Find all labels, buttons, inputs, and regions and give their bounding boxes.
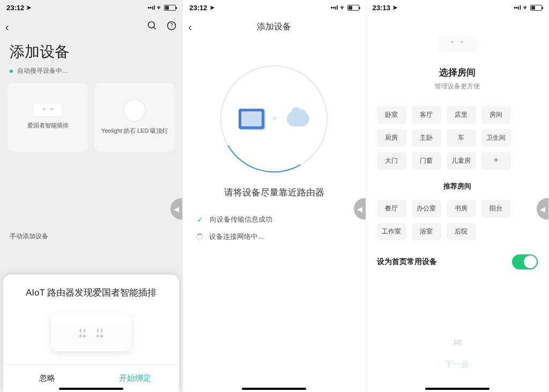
room-chip[interactable]: 房间 xyxy=(481,106,511,124)
location-icon: ➤ xyxy=(392,4,397,11)
room-chip[interactable]: 车 xyxy=(447,129,476,147)
hint-message: 请将设备尽量靠近路由器 xyxy=(183,186,365,199)
wifi-icon: ᯤ xyxy=(157,4,162,11)
wifi-icon: ᯤ xyxy=(523,4,529,11)
recommend-section-title: 推荐房间 xyxy=(377,182,538,191)
room-chip[interactable]: 浴室 xyxy=(412,223,441,240)
help-icon[interactable]: ? xyxy=(166,20,177,34)
back-button[interactable]: ‹ xyxy=(5,21,21,33)
home-indicator[interactable] xyxy=(59,388,123,390)
device-card-ceiling-light[interactable]: Yeelight 皓石 LED 吸顶灯 xyxy=(94,83,175,152)
room-chip[interactable]: 工作室 xyxy=(377,223,406,240)
home-indicator[interactable] xyxy=(425,388,489,390)
room-chip[interactable]: 卫生间 xyxy=(481,129,511,147)
ceiling-light-icon xyxy=(123,99,146,122)
sheet-title: AIoT 路由器发现爱国者智能插排 xyxy=(11,287,172,299)
page-title: 添加设备 xyxy=(0,39,182,66)
svg-text:?: ? xyxy=(170,22,174,28)
home-indicator[interactable] xyxy=(242,388,306,390)
side-drawer-handle[interactable]: ◀ xyxy=(170,198,182,220)
power-strip-image xyxy=(51,314,131,351)
add-room-button[interactable]: + xyxy=(481,152,511,170)
select-room-subtitle: 管理设备更方便 xyxy=(377,82,538,91)
manual-add-label: 手动添加设备 xyxy=(0,232,182,241)
pager-label: 1/2 xyxy=(366,339,548,345)
router-icon xyxy=(239,109,264,129)
room-chip[interactable]: 门窗 xyxy=(412,152,441,170)
homepage-toggle[interactable] xyxy=(512,254,538,269)
status-bar: 23:13 ➤ ••ıl ᯤ xyxy=(366,0,548,15)
nav-title: 添加设备 xyxy=(183,21,365,33)
battery-icon xyxy=(347,5,359,11)
room-chip[interactable]: 卧室 xyxy=(377,106,406,124)
room-chip[interactable]: 主卧 xyxy=(412,129,441,147)
room-chip[interactable]: 后院 xyxy=(447,223,476,240)
recommend-room-list: 餐厅 办公室 书房 阳台 工作室 浴室 后院 xyxy=(377,200,538,240)
room-chip[interactable]: 店里 xyxy=(447,106,476,124)
device-card-power-strip[interactable]: 爱国者智能插排 xyxy=(8,83,88,152)
battery-icon xyxy=(530,5,542,11)
room-chip[interactable]: 儿童房 xyxy=(447,152,476,170)
status-bar: 23:12 ➤ ••ıl ᯤ xyxy=(0,0,182,15)
power-strip-icon xyxy=(34,104,62,116)
location-icon: ➤ xyxy=(210,4,214,11)
next-button[interactable]: 下一步 xyxy=(377,353,538,376)
battery-icon xyxy=(164,5,176,11)
back-button[interactable]: ‹ xyxy=(188,21,204,33)
device-label: 爱国者智能插排 xyxy=(24,122,72,130)
loading-icon xyxy=(196,233,203,240)
screen-select-room: 23:13 ➤ ••ıl ᯤ 选择房间 管理设备更方便 卧室 客厅 店里 房间 … xyxy=(366,0,549,392)
room-chip[interactable]: 阳台 xyxy=(481,200,511,217)
status-time: 23:13 xyxy=(373,4,390,12)
room-chip[interactable]: 客厅 xyxy=(412,106,441,124)
nav-bar: ‹ ? xyxy=(0,15,182,39)
searching-label: 自动搜寻设备中... xyxy=(17,66,68,76)
room-chip[interactable]: 办公室 xyxy=(412,200,441,217)
cellular-icon: ••ıl xyxy=(514,4,521,11)
status-bar: 23:12 ➤ ••ıl ᯤ xyxy=(183,0,365,15)
searching-status: 自动搜寻设备中... xyxy=(0,66,182,83)
homepage-toggle-label: 设为首页常用设备 xyxy=(377,257,437,267)
status-row-loading: 设备连接网络中... xyxy=(196,232,352,242)
status-dot-icon xyxy=(10,70,13,73)
cellular-icon: ••ıl xyxy=(331,4,338,11)
discovery-sheet: AIoT 路由器发现爱国者智能插排 忽略 开始绑定 xyxy=(3,275,179,392)
status-time: 23:12 xyxy=(189,4,207,12)
room-chip[interactable]: 餐厅 xyxy=(377,200,406,217)
progress-spinner: ᯤ xyxy=(220,65,328,172)
room-chip[interactable]: 书房 xyxy=(447,200,476,217)
status-row-success: ✓ 向设备传输信息成功 xyxy=(196,215,352,224)
room-list: 卧室 客厅 店里 房间 厨房 主卧 车 卫生间 大门 门窗 儿童房 + xyxy=(377,106,538,170)
device-label: Yeelight 皓石 LED 吸顶灯 xyxy=(98,127,171,135)
select-room-title: 选择房间 xyxy=(377,66,538,79)
wifi-icon: ᯤ xyxy=(340,4,346,11)
wifi-signal-icon: ᯤ xyxy=(272,115,279,123)
svg-point-0 xyxy=(149,21,155,28)
location-icon: ➤ xyxy=(26,4,31,11)
device-thumbnail xyxy=(439,36,476,50)
screen-connecting: 23:12 ➤ ••ıl ᯤ ‹ 添加设备 ᯤ 请将设备尽量靠近路由器 ✓ 向设… xyxy=(183,0,366,392)
room-chip[interactable]: 厨房 xyxy=(377,129,406,147)
status-text: 设备连接网络中... xyxy=(209,232,264,242)
screen-add-device-list: 23:12 ➤ ••ıl ᯤ ‹ ? 添加设备 自动搜寻设备中... xyxy=(0,0,183,392)
nav-bar: ‹ 添加设备 xyxy=(183,15,365,39)
search-icon[interactable] xyxy=(147,20,158,34)
check-icon: ✓ xyxy=(196,215,204,224)
room-chip[interactable]: 大门 xyxy=(377,152,406,170)
status-text: 向设备传输信息成功 xyxy=(210,215,272,224)
svg-line-1 xyxy=(154,27,156,29)
cellular-icon: ••ıl xyxy=(148,4,155,11)
cloud-icon xyxy=(287,111,309,126)
status-time: 23:12 xyxy=(6,4,24,12)
